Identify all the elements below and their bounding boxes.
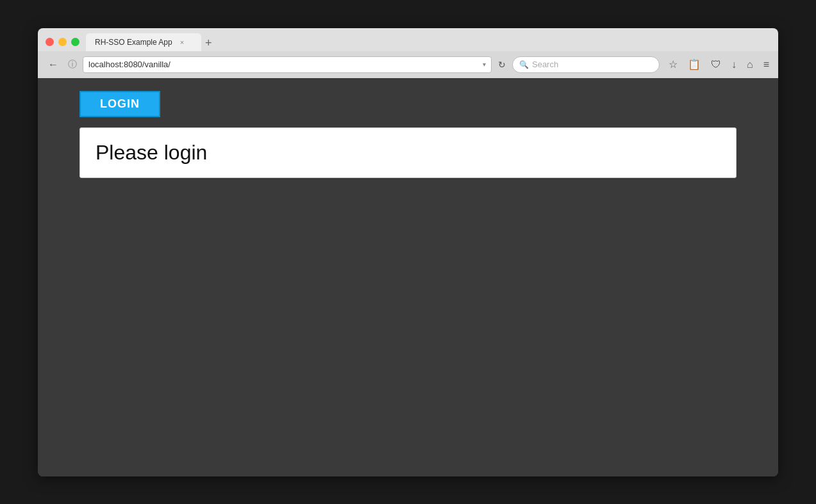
menu-button[interactable]: ≡ bbox=[761, 58, 772, 72]
menu-icon: ≡ bbox=[763, 59, 769, 70]
home-button[interactable]: ⌂ bbox=[744, 58, 756, 72]
reload-button[interactable]: ↻ bbox=[495, 57, 508, 72]
toolbar-icons: ☆ 📋 🛡 ↓ ⌂ ≡ bbox=[666, 57, 772, 72]
back-button[interactable]: ← bbox=[44, 56, 62, 73]
new-tab-button[interactable]: + bbox=[205, 37, 212, 49]
address-dropdown-icon: ▾ bbox=[483, 61, 486, 68]
please-login-panel: Please login bbox=[79, 127, 737, 178]
url-text: localhost:8080/vanilla/ bbox=[88, 60, 480, 69]
reload-icon: ↻ bbox=[498, 60, 506, 70]
minimize-window-button[interactable] bbox=[58, 38, 67, 46]
search-placeholder: Search bbox=[532, 60, 558, 69]
tab-close-button[interactable]: × bbox=[180, 38, 184, 46]
download-icon: ↓ bbox=[731, 59, 737, 70]
toolbar: ← ⓘ localhost:8080/vanilla/ ▾ ↻ 🔍 Search… bbox=[38, 51, 778, 78]
search-bar[interactable]: 🔍 Search bbox=[512, 56, 660, 73]
star-icon: ☆ bbox=[669, 58, 678, 70]
reader-view-button[interactable]: 📋 bbox=[685, 57, 703, 72]
maximize-window-button[interactable] bbox=[71, 38, 79, 46]
shield-icon: 🛡 bbox=[711, 59, 721, 70]
reader-icon: 📋 bbox=[688, 58, 701, 70]
info-icon: ⓘ bbox=[66, 58, 79, 71]
address-bar[interactable]: localhost:8080/vanilla/ ▾ bbox=[83, 56, 492, 73]
search-icon: 🔍 bbox=[519, 60, 529, 69]
shield-button[interactable]: 🛡 bbox=[708, 58, 724, 72]
window-controls bbox=[46, 38, 79, 46]
browser-tab[interactable]: RH-SSO Example App × bbox=[86, 33, 201, 51]
browser-content: LOGIN Please login bbox=[38, 78, 778, 476]
close-window-button[interactable] bbox=[46, 38, 54, 46]
title-bar: RH-SSO Example App × + bbox=[38, 28, 778, 51]
login-button[interactable]: LOGIN bbox=[79, 91, 160, 117]
tab-title: RH-SSO Example App bbox=[95, 38, 172, 47]
back-icon: ← bbox=[48, 59, 58, 70]
tabs-area: RH-SSO Example App × + bbox=[86, 33, 778, 51]
please-login-text: Please login bbox=[96, 141, 207, 164]
bookmark-button[interactable]: ☆ bbox=[666, 57, 680, 72]
download-button[interactable]: ↓ bbox=[729, 58, 739, 72]
home-icon: ⌂ bbox=[747, 59, 753, 70]
browser-window: RH-SSO Example App × + ← ⓘ localhost:808… bbox=[38, 28, 778, 476]
